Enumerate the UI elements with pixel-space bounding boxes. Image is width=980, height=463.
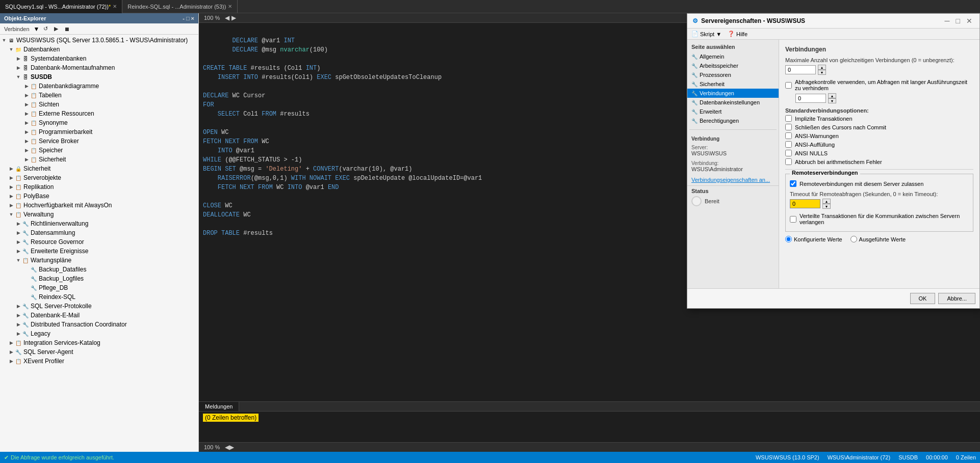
query-control-up[interactable]: ▲ xyxy=(828,93,836,98)
radio-executed-input[interactable] xyxy=(850,236,857,242)
polybase-expand[interactable]: ▶ xyxy=(8,193,14,199)
sql-protokolle-expand[interactable]: ▶ xyxy=(15,303,21,309)
page-berechtigungen[interactable]: 🔧 Berechtigungen xyxy=(687,116,779,125)
tree-backup-logfiles[interactable]: ▶ 🔧 Backup_Logfiles xyxy=(0,274,198,283)
dialog-close-button[interactable]: ✕ xyxy=(964,17,974,25)
cancel-button[interactable]: Abbre... xyxy=(938,293,975,304)
page-allgemein[interactable]: 🔧 Allgemein xyxy=(687,52,779,61)
tree-speicher[interactable]: ▶ 📋 Speicher xyxy=(0,146,198,155)
timeout-down[interactable]: ▼ xyxy=(822,204,831,209)
datensammlung-expand[interactable]: ▶ xyxy=(15,230,21,236)
tree-sicherheit[interactable]: ▶ 🔒 Sicherheit xyxy=(0,164,198,173)
serverobjekte-expand[interactable]: ▶ xyxy=(8,175,14,181)
implicit-transactions-checkbox[interactable] xyxy=(785,115,792,122)
distributed-transactions-checkbox[interactable] xyxy=(790,216,796,223)
sicherheit-expand[interactable]: ▶ xyxy=(8,166,14,172)
tree-synonyme[interactable]: ▶ 📋 Synonyme xyxy=(0,118,198,127)
tree-verwaltung[interactable]: ▼ 📋 Verwaltung xyxy=(0,210,198,219)
tree-snapshot[interactable]: ▶ 🗄 Datenbank-Momentaufnahmen xyxy=(0,63,198,72)
tree-sicherheit-susdb[interactable]: ▶ 📋 Sicherheit xyxy=(0,155,198,164)
tab-sqlquery1[interactable]: SQLQuery1.sql - WS...Administrator (72))… xyxy=(0,0,122,13)
tree-root[interactable]: ▼ 🖥 WSUS\WSUS (SQL Server 13.0.5865.1 - … xyxy=(0,36,198,45)
tree-sql-agent[interactable]: ▶ 🔧 SQL Server-Agent xyxy=(0,347,198,357)
dialog-minimize-button[interactable]: ─ xyxy=(943,17,952,25)
ansi-filling-checkbox[interactable] xyxy=(785,141,792,148)
tree-dtc[interactable]: ▶ 🔧 Distributed Transaction Coordinator xyxy=(0,320,198,329)
page-erweitert[interactable]: 🔧 Erweitert xyxy=(687,107,779,116)
arithmetic-abort-checkbox[interactable] xyxy=(785,158,792,165)
servicebroker-expand[interactable]: ▶ xyxy=(23,138,30,144)
help-button[interactable]: ❓ Hilfe xyxy=(728,31,747,37)
connect-button[interactable]: Verbinden xyxy=(2,25,32,33)
allow-remote-checkbox[interactable] xyxy=(790,180,796,187)
filter-button[interactable]: ▶ xyxy=(52,24,60,33)
programmierbarkeit-expand[interactable]: ▶ xyxy=(23,129,30,135)
page-datenbankeinstellungen[interactable]: 🔧 Datenbankeinstellungen xyxy=(687,98,779,107)
speicher-expand[interactable]: ▶ xyxy=(23,147,30,153)
xevent-expand[interactable]: ▶ xyxy=(8,358,14,364)
query-control-input[interactable] xyxy=(795,94,826,103)
tree-serverobjekte[interactable]: ▶ 📋 Serverobjekte xyxy=(0,173,198,182)
query-control-down[interactable]: ▼ xyxy=(828,98,836,103)
connection-properties-link[interactable]: Verbindungseigenschaften an... xyxy=(691,177,770,183)
root-expand[interactable]: ▼ xyxy=(1,37,7,43)
tree-datenbanken[interactable]: ▼ 📁 Datenbanken xyxy=(0,45,198,54)
ok-button[interactable]: OK xyxy=(910,293,936,304)
bottom-scroll-right[interactable]: ▶ xyxy=(229,444,234,451)
tree-servicebroker[interactable]: ▶ 📋 Service Broker xyxy=(0,137,198,146)
tree-integration[interactable]: ▶ 📋 Integration Services-Katalog xyxy=(0,338,198,347)
max-connections-input[interactable] xyxy=(785,65,816,74)
erweiterte-expand[interactable]: ▶ xyxy=(15,248,21,254)
legacy-expand[interactable]: ▶ xyxy=(15,331,21,337)
tree-legacy[interactable]: ▶ 🔧 Legacy xyxy=(0,329,198,338)
diagramme-expand[interactable]: ▶ xyxy=(23,83,30,89)
tree-systemdb[interactable]: ▶ 🗄 Systemdatenbanken xyxy=(0,54,198,63)
ansi-nulls-checkbox[interactable] xyxy=(785,150,792,156)
dtc-expand[interactable]: ▶ xyxy=(15,321,21,328)
tab-reindex-close[interactable]: ✕ xyxy=(228,4,232,9)
timeout-up[interactable]: ▲ xyxy=(822,199,831,204)
tree-tabellen[interactable]: ▶ 📋 Tabellen xyxy=(0,91,198,100)
page-prozessoren[interactable]: 🔧 Prozessoren xyxy=(687,70,779,79)
tree-replikation[interactable]: ▶ 📋 Replikation xyxy=(0,182,198,192)
timeout-input[interactable] xyxy=(790,199,820,208)
tree-db-email[interactable]: ▶ 🔧 Datenbank-E-Mail xyxy=(0,311,198,320)
query-control-checkbox[interactable] xyxy=(785,82,792,89)
tab-reindex[interactable]: Reindex-SQL.sql - ...Administrator (53))… xyxy=(122,0,238,13)
verwaltung-expand[interactable]: ▼ xyxy=(8,211,14,217)
messages-tab[interactable]: Meldungen xyxy=(199,402,239,411)
datenbanken-expand[interactable]: ▼ xyxy=(8,46,14,52)
max-connections-up[interactable]: ▲ xyxy=(818,65,826,70)
systemdb-expand[interactable]: ▶ xyxy=(15,56,21,62)
sql-agent-expand[interactable]: ▶ xyxy=(8,349,14,355)
tree-xevent[interactable]: ▶ 📋 XEvent Profiler xyxy=(0,357,198,366)
dialog-maximize-button[interactable]: □ xyxy=(954,17,962,25)
wartungsplane-expand[interactable]: ▼ xyxy=(15,257,21,263)
stop-button[interactable]: ⏹ xyxy=(62,25,72,33)
page-verbindungen[interactable]: 🔧 Verbindungen xyxy=(687,89,779,98)
tree-backup-datafiles[interactable]: ▶ 🔧 Backup_Datafiles xyxy=(0,265,198,274)
tree-alwayson[interactable]: ▶ 📋 Hochverfügbarkeit mit AlwaysOn xyxy=(0,201,198,210)
max-connections-down[interactable]: ▼ xyxy=(818,70,826,75)
ansi-warnings-checkbox[interactable] xyxy=(785,132,792,139)
tab-sqlquery1-close[interactable]: ✕ xyxy=(113,4,117,9)
tree-diagramme[interactable]: ▶ 📋 Datenbankdiagramme xyxy=(0,81,198,91)
tree-pflege-db[interactable]: ▶ 🔧 Pflege_DB xyxy=(0,283,198,292)
refresh-button[interactable]: ↺ xyxy=(41,24,50,33)
tree-programmierbarkeit[interactable]: ▶ 📋 Programmierbarkeit xyxy=(0,127,198,137)
integration-expand[interactable]: ▶ xyxy=(8,340,14,346)
script-button[interactable]: 📄 Skript ▼ xyxy=(691,31,721,37)
tree-richtlinien[interactable]: ▶ 🔧 Richtlinienverwaltung xyxy=(0,219,198,228)
replikation-expand[interactable]: ▶ xyxy=(8,184,14,190)
susdb-expand[interactable]: ▼ xyxy=(15,74,21,80)
resource-expand[interactable]: ▶ xyxy=(15,239,21,245)
sicherheit-susdb-expand[interactable]: ▶ xyxy=(23,156,30,162)
radio-configured-input[interactable] xyxy=(785,236,792,242)
synonyme-expand[interactable]: ▶ xyxy=(23,120,30,126)
tree-susdb[interactable]: ▼ 🗄 SUSDB xyxy=(0,72,198,81)
scroll-right-icon[interactable]: ▶ xyxy=(231,14,236,21)
tree-sql-protokolle[interactable]: ▶ 🔧 SQL Server-Protokolle xyxy=(0,302,198,311)
externe-expand[interactable]: ▶ xyxy=(23,111,30,117)
tabellen-expand[interactable]: ▶ xyxy=(23,92,30,98)
bottom-scroll-left[interactable]: ◀ xyxy=(225,444,229,451)
